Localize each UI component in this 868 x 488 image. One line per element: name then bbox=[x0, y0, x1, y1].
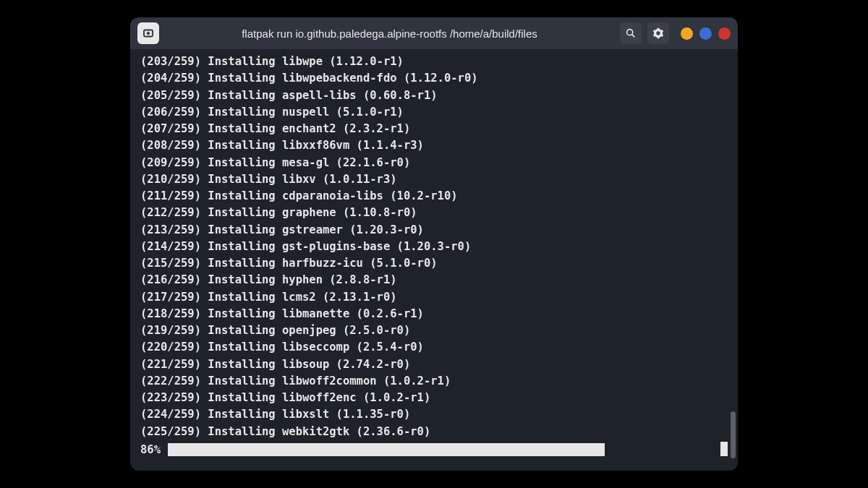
progress-bar bbox=[168, 443, 728, 456]
scrollbar-thumb[interactable] bbox=[731, 411, 736, 458]
progress-percent: 86% bbox=[140, 442, 161, 458]
log-line: (213/259) Installing gstreamer (1.20.3-r… bbox=[140, 222, 728, 239]
log-line: (224/259) Installing libxslt (1.1.35-r0) bbox=[140, 406, 728, 423]
cursor bbox=[720, 442, 728, 456]
progress-row: 86% bbox=[140, 442, 728, 458]
titlebar: flatpak run io.github.paledega.alpine-ro… bbox=[130, 17, 738, 49]
svg-point-3 bbox=[627, 30, 633, 35]
log-line: (207/259) Installing enchant2 (2.3.2-r1) bbox=[140, 121, 728, 137]
log-line: (220/259) Installing libseccomp (2.5.4-r… bbox=[140, 339, 728, 356]
window-controls bbox=[681, 27, 731, 40]
log-line: (212/259) Installing graphene (1.10.8-r0… bbox=[140, 205, 728, 221]
search-icon bbox=[625, 27, 637, 39]
log-line: (209/259) Installing mesa-gl (22.1.6-r0) bbox=[140, 155, 728, 171]
new-tab-icon bbox=[142, 27, 155, 40]
log-line: (216/259) Installing hyphen (2.8.8-r1) bbox=[140, 272, 728, 288]
gear-icon bbox=[652, 27, 664, 39]
log-line: (222/259) Installing libwoff2common (1.0… bbox=[140, 373, 728, 390]
close-button[interactable] bbox=[718, 27, 731, 40]
log-line: (225/259) Installing webkit2gtk (2.36.6-… bbox=[140, 424, 728, 440]
log-line: (211/259) Installing cdparanoia-libs (10… bbox=[140, 188, 728, 205]
minimize-button[interactable] bbox=[681, 27, 693, 40]
window-title: flatpak run io.github.paledega.alpine-ro… bbox=[165, 27, 614, 40]
maximize-button[interactable] bbox=[699, 27, 712, 40]
terminal-window: flatpak run io.github.paledega.alpine-ro… bbox=[130, 17, 738, 471]
log-line: (203/259) Installing libwpe (1.12.0-r1) bbox=[140, 53, 728, 70]
svg-line-4 bbox=[632, 35, 635, 38]
log-line: (204/259) Installing libwpebackend-fdo (… bbox=[140, 70, 728, 87]
log-line: (214/259) Installing gst-plugins-base (1… bbox=[140, 239, 728, 255]
new-tab-button[interactable] bbox=[137, 22, 159, 44]
log-line: (219/259) Installing openjpeg (2.5.0-r0) bbox=[140, 322, 728, 339]
log-line: (206/259) Installing nuspell (5.1.0-r1) bbox=[140, 104, 728, 121]
log-line: (205/259) Installing aspell-libs (0.60.8… bbox=[140, 87, 728, 104]
log-line: (218/259) Installing libmanette (0.2.6-r… bbox=[140, 306, 728, 322]
log-line: (208/259) Installing libxxf86vm (1.1.4-r… bbox=[140, 137, 728, 154]
terminal-output[interactable]: (203/259) Installing libwpe (1.12.0-r1)(… bbox=[130, 49, 738, 471]
log-line: (215/259) Installing harfbuzz-icu (5.1.0… bbox=[140, 255, 728, 272]
progress-bar-fill bbox=[168, 443, 605, 456]
menu-button[interactable] bbox=[647, 22, 669, 44]
log-line: (221/259) Installing libsoup (2.74.2-r0) bbox=[140, 356, 728, 373]
log-line: (217/259) Installing lcms2 (2.13.1-r0) bbox=[140, 289, 728, 306]
log-line: (223/259) Installing libwoff2enc (1.0.2-… bbox=[140, 390, 728, 406]
search-button[interactable] bbox=[620, 22, 642, 44]
log-line: (210/259) Installing libxv (1.0.11-r3) bbox=[140, 171, 728, 188]
